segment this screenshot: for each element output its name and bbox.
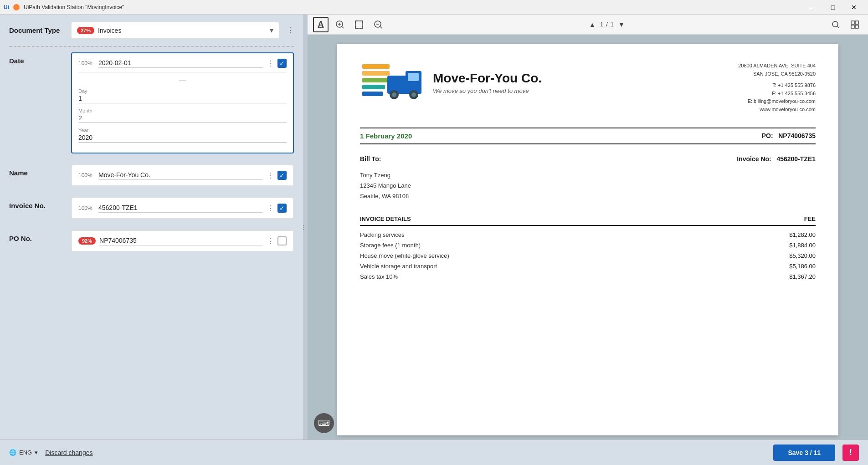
date-actions: ⋮ ✓ <box>267 59 287 68</box>
svg-rect-17 <box>362 78 387 82</box>
po-text-value: NP74006735 <box>778 132 816 139</box>
document-type-select-wrapper[interactable]: 27% Invoices ▾ <box>71 22 279 39</box>
fit-button[interactable] <box>351 17 367 32</box>
company-contact: T: +1 425 555 9876 F: +1 425 555 3456 E:… <box>738 82 816 113</box>
invoice-no-label: Invoice No: 456200-TZE1 <box>737 155 816 163</box>
date-day-field: Day 1 <box>78 88 287 103</box>
date-day-label: Day <box>78 88 287 94</box>
page-next-button[interactable]: ▼ <box>616 19 627 30</box>
zoom-in-button[interactable] <box>332 17 348 32</box>
date-confidence: 100% <box>78 60 95 66</box>
date-checkbox[interactable]: ✓ <box>277 59 287 68</box>
name-checkbox[interactable]: ✓ <box>277 171 287 180</box>
close-button[interactable]: ✕ <box>843 0 864 15</box>
date-collapse-icon[interactable]: — <box>78 77 287 85</box>
keyboard-button[interactable]: ⌨ <box>314 413 334 433</box>
invoice-line-1: Packing services $1,282.00 <box>360 231 816 238</box>
field-row-invoice: Invoice No. 100% 456200-TZE1 ⋮ ✓ <box>0 192 303 225</box>
po-checkbox[interactable] <box>277 236 287 245</box>
date-value[interactable]: 2020-02-01 <box>98 59 263 68</box>
company-website: www.moveforyou-co.com <box>738 106 816 114</box>
grid-icon <box>850 20 859 29</box>
invoice-document: Move-For-You Co. We move so you don't ne… <box>337 44 838 435</box>
doc-type-value: Invoices <box>98 27 266 34</box>
invoice-line-4: Vehicle storage and transport $5,186.00 <box>360 263 816 270</box>
invoice-fee-label: FEE <box>804 215 816 222</box>
company-email: E: billing@moveforyou-co.com <box>738 97 816 106</box>
page-prev-button[interactable]: ▲ <box>587 19 597 30</box>
titlebar-controls: — □ ✕ <box>801 0 864 15</box>
doc-type-kebab-icon[interactable]: ⋮ <box>287 26 294 35</box>
company-tagline: We move so you don't need to move <box>433 87 542 94</box>
page-navigation: ▲ 1 / 1 ▼ <box>587 19 627 30</box>
svg-line-8 <box>380 26 382 28</box>
date-label: Date <box>9 52 64 65</box>
po-label: PO No. <box>9 230 64 242</box>
date-year-field: Year 2020 <box>78 128 287 143</box>
date-expanded-section: — Day 1 Month 2 Year 2020 <box>78 72 287 143</box>
page-current: 1 <box>600 21 603 28</box>
name-kebab-icon[interactable]: ⋮ <box>267 171 274 180</box>
main-layout: Document Type 27% Invoices ▾ ⋮ Date 100%… <box>0 15 868 439</box>
globe-icon: 🌐 <box>9 449 16 456</box>
right-panel: A ▲ 1 / 1 ▼ <box>308 15 868 439</box>
svg-rect-14 <box>855 25 858 28</box>
invoice-line-2: Storage fees (1 month) $1,884.00 <box>360 242 816 249</box>
name-value[interactable]: Move-For-You Co. <box>98 171 263 180</box>
titlebar: Ui UiPath Validation Station "MovingInvo… <box>0 0 868 15</box>
invoice-po: PO: NP74006735 <box>762 132 816 139</box>
invoice-tax-line: Sales tax 10% $1,367.20 <box>360 273 816 280</box>
minimize-button[interactable]: — <box>801 0 822 15</box>
svg-line-10 <box>837 26 839 28</box>
invoice-date-po-row: 1 February 2020 PO: NP74006735 <box>360 128 816 144</box>
grid-button[interactable] <box>847 17 863 32</box>
bill-to-details: Tony Tzeng 12345 Mango Lane Seattle, WA … <box>360 170 816 202</box>
field-row-po: PO No. 92% NP74006735 ⋮ <box>0 225 303 257</box>
text-tool-button[interactable]: A <box>313 17 329 32</box>
document-type-label: Document Type <box>9 26 64 34</box>
exclaim-button[interactable]: ! <box>842 445 859 461</box>
line4-amount: $5,186.00 <box>789 263 816 270</box>
svg-point-9 <box>832 21 838 27</box>
date-card-inner: 100% 2020-02-01 ⋮ ✓ <box>78 59 287 68</box>
invoice-checkbox[interactable]: ✓ <box>277 204 287 213</box>
po-value[interactable]: NP74006735 <box>99 237 263 245</box>
svg-rect-11 <box>851 21 854 24</box>
discard-button[interactable]: Discard changes <box>45 449 92 456</box>
invoice-details-section: INVOICE DETAILS FEE Packing services $1,… <box>360 215 816 280</box>
field-row-date: Date 100% 2020-02-01 ⋮ ✓ — Day 1 <box>0 47 303 159</box>
tax-label: Sales tax 10% <box>360 273 398 280</box>
invoice-card-inner: 100% 456200-TZE1 ⋮ ✓ <box>78 204 287 213</box>
zoom-out-button[interactable] <box>370 17 386 32</box>
save-button[interactable]: Save 3 / 11 <box>773 445 835 461</box>
company-address: 20800 ALMADEN AVE, SUITE 404 SAN JOSE, C… <box>738 62 816 78</box>
svg-point-24 <box>392 92 396 97</box>
invoice-value[interactable]: 456200-TZE1 <box>98 204 263 213</box>
field-row-name: Name 100% Move-For-You Co. ⋮ ✓ <box>0 159 303 192</box>
po-kebab-icon[interactable]: ⋮ <box>267 237 274 245</box>
date-day-value[interactable]: 1 <box>78 95 287 103</box>
company-contact-block: 20800 ALMADEN AVE, SUITE 404 SAN JOSE, C… <box>738 62 816 114</box>
app-icon: Ui <box>4 4 9 10</box>
company-logo-area: Move-For-You Co. We move so you don't ne… <box>360 62 542 103</box>
svg-rect-13 <box>851 25 854 28</box>
invoice-label: Invoice No. <box>9 197 64 210</box>
search-button[interactable] <box>828 17 843 32</box>
maximize-button[interactable]: □ <box>822 0 843 15</box>
doc-type-badge: 27% <box>77 27 94 34</box>
po-text-label: PO: <box>762 132 773 139</box>
dropdown-icon[interactable]: ▾ <box>270 26 273 35</box>
invoice-date: 1 February 2020 <box>360 132 412 140</box>
left-panel: Document Type 27% Invoices ▾ ⋮ Date 100%… <box>0 15 303 439</box>
po-actions: ⋮ <box>267 236 287 245</box>
date-year-value[interactable]: 2020 <box>78 134 287 143</box>
search-icon <box>831 20 840 29</box>
resize-handle[interactable] <box>303 15 308 439</box>
svg-rect-16 <box>362 71 390 76</box>
viewer-toolbar: A ▲ 1 / 1 ▼ <box>308 15 868 35</box>
invoice-kebab-icon[interactable]: ⋮ <box>267 204 274 213</box>
language-selector[interactable]: 🌐 ENG ▾ <box>9 449 38 456</box>
date-month-value[interactable]: 2 <box>78 114 287 123</box>
date-kebab-icon[interactable]: ⋮ <box>267 59 274 68</box>
invoice-details-header: INVOICE DETAILS FEE <box>360 215 816 226</box>
